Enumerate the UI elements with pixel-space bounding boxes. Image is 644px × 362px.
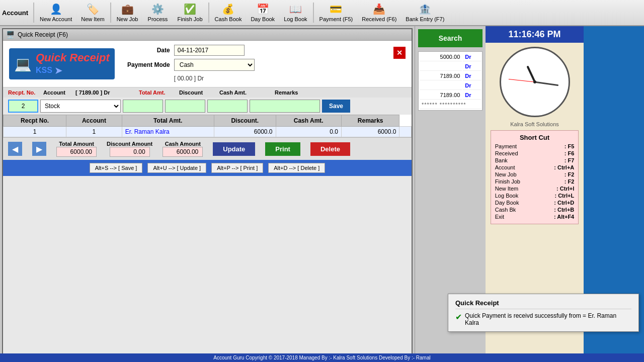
table-row[interactable]: 1 1 Er. Raman Kalra 6000.0 0.0 6000.0 bbox=[4, 127, 412, 137]
left-panel: 🖥️ Quick Receipt (F6) 💻 Quick Receipt KS… bbox=[0, 26, 415, 362]
toolbar-new-job[interactable]: 💼 New Job bbox=[112, 1, 143, 25]
form-window: 🖥️ Quick Receipt (F6) 💻 Quick Receipt KS… bbox=[2, 28, 413, 360]
discount-input[interactable] bbox=[165, 100, 205, 113]
shortcut-item: Finish Job: F2 bbox=[495, 178, 575, 185]
toolbar-new-item[interactable]: 🏷️ New Item bbox=[76, 1, 109, 25]
shortcut-delete[interactable]: Alt+D --> [ Delete ] bbox=[268, 163, 325, 173]
cash-amount-value: 6000.00 bbox=[163, 147, 203, 157]
sc-key: : F2 bbox=[565, 171, 575, 177]
toolbar-received[interactable]: 📥 Received (F6) bbox=[357, 1, 401, 25]
log-book-icon: 📖 bbox=[289, 3, 302, 15]
shortcut-update[interactable]: Alt+U --> [ Update ] bbox=[147, 163, 206, 173]
toolbar-finish-job[interactable]: ✅ Finish Job bbox=[173, 1, 207, 25]
discount-amount-value: 0.00 bbox=[110, 147, 150, 157]
shortcut-item: New Job: F2 bbox=[495, 171, 575, 177]
total-amount-label: Total Amount bbox=[59, 141, 94, 147]
toolbar-log-book[interactable]: 📖 Log Book bbox=[279, 1, 311, 25]
shortcut-print[interactable]: Alt+P --> [ Print ] bbox=[211, 163, 263, 173]
total-amt-input[interactable] bbox=[123, 100, 163, 113]
payment-icon: 💳 bbox=[330, 3, 342, 15]
bank-entry-label: Bank Entry (F7) bbox=[406, 16, 444, 22]
cell-remarks bbox=[399, 127, 412, 137]
save-button[interactable]: Save bbox=[322, 100, 350, 113]
divider-3 bbox=[208, 3, 209, 23]
discount-header: Discount bbox=[169, 89, 214, 96]
logo-kss: KSS bbox=[36, 66, 52, 75]
toolbar-payment[interactable]: 💳 Payment (F5) bbox=[315, 1, 358, 25]
date-input[interactable] bbox=[174, 45, 245, 56]
col-header-total: Total Amt. bbox=[122, 115, 214, 127]
toolbar-new-account[interactable]: 👤 New Account bbox=[35, 1, 76, 25]
new-account-icon: 👤 bbox=[50, 3, 62, 15]
shortcuts-list: Payment: F5Received: F6Bank: F7Account: … bbox=[495, 143, 575, 220]
shortcut-item: Log Book: Ctrl+L bbox=[495, 193, 575, 199]
bank-entry-icon: 🏦 bbox=[419, 3, 431, 15]
process-icon: ⚙️ bbox=[151, 3, 164, 15]
prev-button[interactable]: ◀ bbox=[8, 142, 22, 156]
new-item-label: New Item bbox=[81, 16, 104, 22]
cash-amount-group: Cash Amount 6000.00 bbox=[163, 141, 203, 157]
balance-amount-5: 7189.00 bbox=[420, 91, 462, 100]
status-bar: Alt+S --> [ Save ] Alt+U --> [ Update ] … bbox=[3, 160, 412, 176]
shortcuts-panel: Short Cut Payment: F5Received: F6Bank: F… bbox=[491, 130, 579, 224]
update-button[interactable]: Update bbox=[213, 142, 255, 156]
recpt-no-input[interactable] bbox=[8, 100, 38, 113]
search-button[interactable]: Search bbox=[418, 29, 482, 47]
logo-laptop-icon: 💻 bbox=[14, 56, 32, 72]
delete-button[interactable]: Delete bbox=[310, 142, 350, 156]
new-job-label: New Job bbox=[117, 16, 138, 22]
balance-table: 5000.00 Dr Dr 7189.00 Dr Dr 7189.00 bbox=[418, 51, 482, 111]
logo-text: Quick Receipt KSS ➤ bbox=[36, 51, 110, 76]
sc-label: Exit bbox=[495, 214, 504, 220]
finish-job-icon: ✅ bbox=[184, 3, 196, 15]
discount-amount-label: Discount Amount bbox=[107, 141, 152, 147]
next-button[interactable]: ▶ bbox=[32, 142, 46, 156]
col-header-discount: Discount. bbox=[214, 115, 276, 127]
shortcut-item: Cash Bk: Ctrl+B bbox=[495, 207, 575, 213]
cash-book-icon: 💰 bbox=[222, 3, 234, 15]
notification-title: Quick Receipt bbox=[455, 299, 631, 309]
shortcut-item: New Item: Ctrl+I bbox=[495, 186, 575, 192]
sc-key: : F5 bbox=[565, 143, 575, 149]
close-button[interactable]: ✕ bbox=[393, 47, 406, 59]
sc-label: Received bbox=[495, 150, 518, 156]
toolbar-bank-entry[interactable]: 🏦 Bank Entry (F7) bbox=[401, 1, 449, 25]
sc-key: : F6 bbox=[565, 150, 575, 156]
notification-text: Quick Payment is receivd successfully fr… bbox=[465, 312, 631, 326]
print-button[interactable]: Print bbox=[265, 142, 300, 156]
balance-row-stars: ****** ********** bbox=[420, 101, 481, 109]
cash-amount-label: Cash Amount bbox=[165, 141, 201, 147]
cell-cash-amt: 6000.0 bbox=[341, 127, 399, 137]
form-titlebar: 🖥️ Quick Receipt (F6) bbox=[3, 29, 412, 41]
received-label: Received (F6) bbox=[362, 16, 396, 22]
balance-type-3: Dr bbox=[463, 72, 481, 80]
cell-total-amt: 6000.0 bbox=[214, 127, 276, 137]
account-select[interactable]: Stock Cash bbox=[40, 100, 121, 113]
balance-type-4: Dr bbox=[463, 81, 481, 90]
col-header-cash: Cash Amt. bbox=[276, 115, 341, 127]
balance-row-3: 7189.00 Dr bbox=[420, 72, 481, 80]
cell-account[interactable]: Er. Raman Kalra bbox=[122, 127, 214, 137]
sc-key: : Ctrl+L bbox=[554, 193, 574, 199]
app-title: Account bbox=[2, 9, 28, 17]
toolbar-process[interactable]: ⚙️ Process bbox=[142, 1, 173, 25]
finish-job-label: Finish Job bbox=[177, 16, 202, 22]
form-title: Quick Receipt (F6) bbox=[18, 31, 68, 38]
shortcut-item: Bank: F7 bbox=[495, 157, 575, 163]
balance-amount-1: 5000.00 bbox=[420, 53, 462, 61]
balance-stars: ****** ********** bbox=[420, 101, 481, 109]
toolbar-day-book[interactable]: 📅 Day Book bbox=[246, 1, 279, 25]
hour-hand bbox=[526, 65, 535, 82]
cash-amt-input[interactable] bbox=[207, 100, 248, 113]
balance-row-5: 7189.00 Dr bbox=[420, 91, 481, 100]
remarks-input[interactable] bbox=[250, 100, 320, 113]
process-label: Process bbox=[148, 16, 168, 22]
remarks-header: Remarks bbox=[260, 89, 300, 96]
date-label: Date bbox=[125, 47, 170, 54]
balance-type-1: Dr bbox=[463, 53, 481, 61]
payment-mode-select[interactable]: Cash Cheque Online bbox=[174, 59, 255, 71]
sc-label: Payment bbox=[495, 143, 517, 149]
shortcut-save[interactable]: Alt+S --> [ Save ] bbox=[90, 163, 143, 173]
new-job-icon: 💼 bbox=[121, 3, 134, 15]
toolbar-cash-book[interactable]: 💰 Cash Book bbox=[210, 1, 247, 25]
